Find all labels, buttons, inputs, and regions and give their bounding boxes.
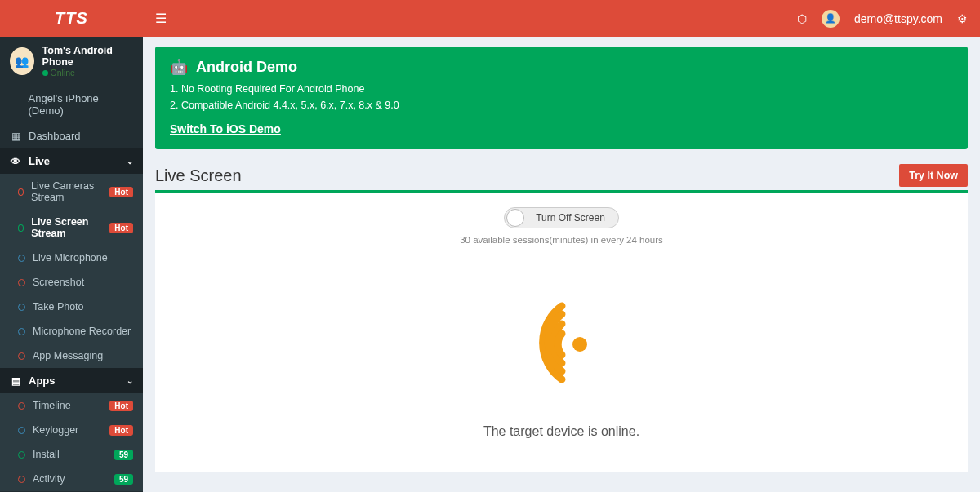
sidebar-item-label: Install bbox=[33, 449, 60, 460]
broadcast-icon bbox=[513, 302, 611, 392]
badge: 59 bbox=[114, 474, 133, 485]
settings-icon[interactable]: ⚙ bbox=[957, 12, 968, 25]
sidebar-item[interactable]: Take Photo bbox=[0, 295, 143, 319]
sessions-note: 30 available sessions(minutes) in every … bbox=[155, 235, 968, 245]
sidebar-item-label: Take Photo bbox=[33, 301, 84, 312]
bullet-icon bbox=[18, 304, 25, 311]
sidebar-item-label: Live Microphone bbox=[33, 252, 108, 264]
sidebar-item[interactable]: KeyloggerHot bbox=[0, 418, 143, 442]
device-name: Tom's Android Phone bbox=[42, 45, 133, 68]
bullet-icon bbox=[18, 279, 25, 286]
badge: 59 bbox=[114, 450, 133, 460]
sidebar-item[interactable]: Activity59 bbox=[0, 467, 143, 491]
svg-point-0 bbox=[572, 337, 587, 352]
sidebar-item-label: Live Cameras Stream bbox=[31, 180, 102, 203]
sidebar-item[interactable]: Microphone Recorder bbox=[0, 319, 143, 344]
chevron-down-icon: ⌄ bbox=[127, 157, 133, 166]
sidebar-item-label: App Messaging bbox=[33, 350, 103, 361]
bullet-icon bbox=[18, 402, 25, 410]
sidebar-item[interactable]: App Messaging bbox=[0, 344, 143, 368]
badge: Hot bbox=[109, 401, 133, 411]
sidebar-item[interactable]: Install59 bbox=[0, 442, 143, 467]
menu-toggle-icon[interactable]: ☰ bbox=[155, 11, 167, 26]
sidebar-section-label: Apps bbox=[29, 375, 56, 387]
sidebar-item[interactable]: Screenshot bbox=[0, 270, 143, 295]
chevron-down-icon: ⌄ bbox=[127, 376, 133, 385]
apps-icon: ▤ bbox=[10, 375, 21, 387]
live-screen-card: Turn Off Screen 30 available sessions(mi… bbox=[155, 190, 968, 472]
user-email[interactable]: demo@ttspy.com bbox=[854, 12, 942, 25]
badge: Hot bbox=[109, 425, 133, 436]
android-icon[interactable]: ⬡ bbox=[797, 12, 807, 25]
bullet-icon bbox=[18, 255, 25, 262]
sidebar-item-label: Screenshot bbox=[33, 277, 84, 288]
bullet-icon bbox=[18, 328, 25, 335]
badge: Hot bbox=[109, 187, 133, 197]
bullet-icon bbox=[18, 427, 25, 434]
sidebar-item-dashboard[interactable]: ▦ Dashboard bbox=[0, 123, 143, 148]
sidebar-item[interactable]: Live Screen StreamHot bbox=[0, 210, 143, 246]
demo-banner: 🤖 Android Demo 1. No Rooting Required Fo… bbox=[155, 47, 968, 149]
dashboard-icon: ▦ bbox=[10, 131, 21, 142]
sidebar-item-label: Keylogger bbox=[33, 424, 78, 436]
device-online-text: The target device is online. bbox=[155, 424, 968, 439]
sidebar-section-live[interactable]: 👁 Live ⌄ bbox=[0, 148, 143, 174]
device-status: Online bbox=[42, 68, 133, 78]
banner-title: Android Demo bbox=[196, 59, 297, 76]
user-avatar[interactable]: 👤 bbox=[822, 10, 840, 28]
sidebar-item-label: Activity bbox=[33, 473, 65, 485]
badge: Hot bbox=[109, 223, 133, 233]
switch-demo-link[interactable]: Switch To iOS Demo bbox=[170, 122, 281, 135]
bullet-icon bbox=[18, 451, 25, 459]
sidebar-section-apps[interactable]: ▤ Apps ⌄ bbox=[0, 368, 143, 393]
sidebar: 👥 Tom's Android Phone Online Angel's iPh… bbox=[0, 37, 143, 492]
toggle-knob bbox=[506, 209, 524, 227]
live-icon: 👁 bbox=[10, 156, 21, 167]
banner-line: 1. No Rooting Required For Android Phone bbox=[170, 81, 953, 97]
sidebar-item-label: Angel's iPhone (Demo) bbox=[29, 92, 134, 117]
bullet-icon bbox=[18, 188, 24, 196]
sidebar-item-label: Dashboard bbox=[29, 130, 81, 142]
sidebar-item-label: Timeline bbox=[33, 400, 71, 411]
device-avatar-icon: 👥 bbox=[10, 47, 34, 75]
bullet-icon bbox=[18, 352, 25, 360]
page-title: Live Screen bbox=[155, 166, 242, 185]
sidebar-item-label: Live Screen Stream bbox=[31, 216, 102, 239]
status-dot-icon bbox=[42, 70, 48, 76]
sidebar-section-label: Live bbox=[29, 155, 50, 167]
device-panel[interactable]: 👥 Tom's Android Phone Online bbox=[0, 37, 143, 86]
toggle-label: Turn Off Screen bbox=[536, 212, 605, 224]
banner-line: 2. Compatible Android 4.4.x, 5.x, 6.x, 7… bbox=[170, 97, 953, 113]
top-bar: TTS ☰ ⬡ 👤 demo@ttspy.com ⚙ bbox=[0, 0, 980, 37]
sidebar-item[interactable]: Live Microphone bbox=[0, 246, 143, 270]
sidebar-item-secondary-device[interactable]: Angel's iPhone (Demo) bbox=[0, 86, 143, 123]
main-content: 🤖 Android Demo 1. No Rooting Required Fo… bbox=[143, 37, 980, 492]
sidebar-item[interactable]: Live Cameras StreamHot bbox=[0, 174, 143, 210]
android-icon: 🤖 bbox=[170, 58, 188, 76]
sidebar-item-label: Microphone Recorder bbox=[33, 326, 131, 337]
sidebar-item[interactable]: TimelineHot bbox=[0, 393, 143, 418]
brand-logo[interactable]: TTS bbox=[0, 0, 143, 37]
bullet-icon bbox=[18, 224, 24, 232]
bullet-icon bbox=[18, 476, 25, 483]
try-it-now-button[interactable]: Try It Now bbox=[899, 164, 968, 187]
turn-off-screen-toggle[interactable]: Turn Off Screen bbox=[504, 207, 619, 228]
